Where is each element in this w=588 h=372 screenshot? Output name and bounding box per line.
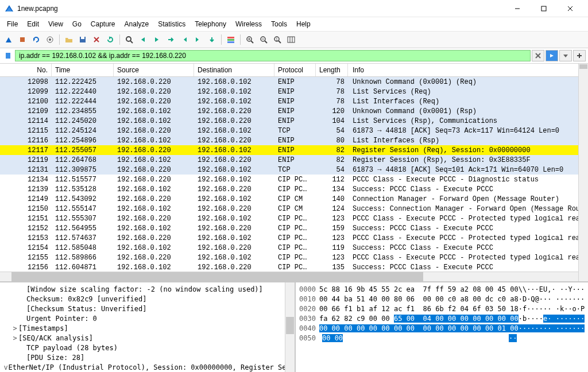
save-file-icon[interactable] [76, 33, 89, 46]
hex-row[interactable]: 002000 66 f1 b1 af 12 ac f1 86 6b f2 04 … [299, 304, 585, 313]
start-capture-icon[interactable] [2, 33, 15, 46]
packet-list-vscrollbar[interactable] [578, 64, 588, 281]
detail-line[interactable]: > [SEQ/ACK analysis] [3, 333, 295, 343]
go-to-packet-icon[interactable] [164, 33, 177, 46]
stop-capture-icon[interactable] [16, 33, 29, 46]
menu-file[interactable]: File [2, 18, 22, 30]
packet-row[interactable]: 12153112.574637192.168.0.220192.168.0.10… [0, 233, 588, 243]
menu-edit[interactable]: Edit [22, 18, 44, 30]
packet-row[interactable]: 12116112.254896192.168.0.102192.168.0.22… [0, 135, 588, 145]
packet-row[interactable]: 12131112.309875192.168.0.220192.168.0.10… [0, 165, 588, 175]
menu-view[interactable]: View [44, 18, 68, 30]
menu-capture[interactable]: Capture [86, 18, 120, 30]
packet-list-pane: No. Time Source Destination Protocol Len… [0, 64, 588, 281]
reload-icon[interactable] [104, 33, 117, 46]
menu-analyze[interactable]: Analyze [120, 18, 154, 30]
hex-row[interactable]: 0030fa 62 82 c9 00 00 65 00 04 00 00 00 … [299, 313, 585, 323]
detail-line[interactable]: [Window size scaling factor: -2 (no wind… [3, 284, 295, 294]
detail-line[interactable]: [PDU Size: 28] [3, 352, 295, 362]
packet-row[interactable]: 12154112.585048192.168.0.102192.168.0.22… [0, 243, 588, 253]
app-icon [5, 4, 14, 13]
bottom-panes: [Window size scaling factor: -2 (no wind… [0, 281, 588, 372]
col-info[interactable]: Info [348, 64, 588, 76]
go-forward-icon[interactable] [150, 33, 163, 46]
colorize-icon[interactable] [225, 33, 237, 46]
detail-line[interactable]: Urgent Pointer: 0 [3, 313, 295, 323]
hex-row[interactable]: 001000 44 ba 51 40 00 80 06 00 00 c0 a8 … [299, 294, 585, 304]
packet-list-hscrollbar[interactable] [0, 272, 588, 281]
packet-row[interactable]: 12155112.589866192.168.0.220192.168.0.10… [0, 253, 588, 262]
svg-rect-15 [227, 41, 234, 43]
svg-line-25 [278, 41, 281, 43]
packet-row[interactable]: 12150112.555147192.168.0.102192.168.0.22… [0, 204, 588, 214]
restart-capture-icon[interactable] [30, 33, 42, 46]
packet-row[interactable]: 12134112.515577192.168.0.220192.168.0.10… [0, 175, 588, 184]
filter-clear-icon[interactable] [532, 50, 544, 61]
filter-apply-icon[interactable] [546, 50, 558, 61]
col-protocol[interactable]: Protocol [274, 64, 316, 76]
packet-row[interactable]: 12109112.234855192.168.0.102192.168.0.22… [0, 106, 588, 116]
packet-row[interactable]: 12100112.222444192.168.0.220192.168.0.10… [0, 96, 588, 106]
filter-recent-icon[interactable] [559, 50, 572, 61]
filter-bookmark-icon[interactable] [2, 50, 14, 61]
packet-row[interactable]: 12149112.543092192.168.0.220192.168.0.10… [0, 194, 588, 204]
zoom-out-icon[interactable] [257, 33, 270, 46]
filter-add-icon[interactable] [573, 50, 586, 61]
display-filter-input[interactable] [15, 50, 531, 61]
go-back-icon[interactable] [137, 33, 149, 46]
packet-row[interactable]: 12099112.222440192.168.0.220192.168.0.10… [0, 87, 588, 96]
close-button[interactable] [557, 0, 583, 17]
col-length[interactable]: Length [316, 64, 348, 76]
menu-go[interactable]: Go [68, 18, 86, 30]
autoscroll-icon[interactable] [206, 33, 218, 46]
svg-line-19 [251, 41, 253, 43]
svg-rect-13 [227, 37, 234, 38]
svg-rect-26 [288, 37, 295, 42]
svg-line-12 [130, 41, 133, 43]
go-first-icon[interactable] [178, 33, 191, 46]
packet-row[interactable]: 12098112.222425192.168.0.220192.168.0.10… [0, 77, 588, 87]
zoom-reset-icon[interactable]: 1 [271, 33, 284, 46]
col-no[interactable]: No. [0, 64, 52, 76]
packet-list-rows[interactable]: 12098112.222425192.168.0.220192.168.0.10… [0, 77, 588, 272]
packet-bytes-pane[interactable]: 00005c 88 16 9b 45 55 2c ea 7f ff 59 a2 … [296, 282, 588, 372]
packet-row[interactable]: 12152112.564955192.168.0.102192.168.0.22… [0, 223, 588, 233]
hex-row[interactable]: 005000 00·· [299, 333, 585, 343]
minimize-button[interactable] [504, 0, 531, 17]
detail-line[interactable]: > [Timestamps] [3, 323, 295, 333]
resize-columns-icon[interactable] [285, 33, 297, 46]
packet-details-pane[interactable]: [Window size scaling factor: -2 (no wind… [0, 282, 296, 372]
hex-row[interactable]: 004000 00 00 00 00 00 00 00 00 00 00 00 … [299, 323, 585, 333]
detail-line[interactable]: TCP payload (28 bytes) [3, 343, 295, 352]
detail-line[interactable]: [Checksum Status: Unverified] [3, 304, 295, 313]
find-packet-icon[interactable] [123, 33, 136, 46]
packet-row[interactable]: 12119112.264768192.168.0.102192.168.0.22… [0, 155, 588, 165]
menu-telephony[interactable]: Telephony [190, 18, 231, 30]
open-file-icon[interactable] [63, 33, 75, 46]
menu-help[interactable]: Help [292, 18, 315, 30]
hex-row[interactable]: 00005c 88 16 9b 45 55 2c ea 7f ff 59 a2 … [299, 284, 585, 294]
maximize-button[interactable] [531, 0, 557, 17]
detail-line[interactable]: Checksum: 0x82c9 [unverified] [3, 294, 295, 304]
packet-row[interactable]: 12139112.535128192.168.0.102192.168.0.22… [0, 184, 588, 194]
details-vscrollbar[interactable] [285, 282, 295, 372]
packet-row[interactable]: 12115112.245124192.168.0.220192.168.0.10… [0, 126, 588, 135]
close-file-icon[interactable] [90, 33, 103, 46]
col-source[interactable]: Source [114, 64, 194, 76]
go-last-icon[interactable] [192, 33, 204, 46]
svg-rect-4 [20, 37, 25, 42]
titlebar: 1new.pcapng [0, 0, 588, 17]
window-title: 1new.pcapng [17, 5, 504, 13]
menu-tools[interactable]: Tools [266, 18, 292, 30]
packet-row[interactable]: 12117112.255057192.168.0.220192.168.0.10… [0, 145, 588, 155]
zoom-in-icon[interactable] [243, 33, 256, 46]
detail-line[interactable]: v EtherNet/IP (Industrial Protocol), Ses… [3, 362, 295, 372]
packet-row[interactable]: 12156112.604871192.168.0.102192.168.0.22… [0, 262, 588, 272]
packet-row[interactable]: 12151112.555307192.168.0.220192.168.0.10… [0, 214, 588, 223]
packet-row[interactable]: 12114112.245020192.168.0.102192.168.0.22… [0, 116, 588, 126]
capture-options-icon[interactable] [44, 33, 56, 46]
col-destination[interactable]: Destination [194, 64, 274, 76]
menu-statistics[interactable]: Statistics [153, 18, 190, 30]
menu-wireless[interactable]: Wireless [231, 18, 266, 30]
col-time[interactable]: Time [52, 64, 114, 76]
